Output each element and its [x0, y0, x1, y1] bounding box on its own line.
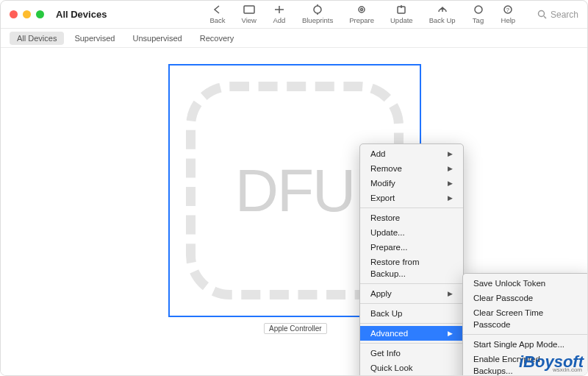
toolbar-label: Tag: [473, 16, 484, 24]
menu-separator: [360, 343, 463, 344]
submenu-single-app[interactable]: Start Single App Mode...: [463, 337, 588, 352]
tab-supervised[interactable]: Supervised: [67, 32, 122, 45]
menu-apply[interactable]: Apply▶: [360, 286, 463, 301]
toolbar-label: Back: [209, 16, 225, 24]
help-icon: ?: [501, 4, 514, 15]
plus-icon: [273, 4, 286, 15]
update-button[interactable]: Update: [390, 4, 413, 24]
chevron-right-icon: ▶: [448, 288, 453, 299]
toolbar: Back View Add Blueprints Prepare Update: [209, 4, 515, 24]
menu-add[interactable]: Add▶: [360, 146, 463, 161]
menu-separator: [463, 334, 588, 335]
dfu-text: DFU: [235, 156, 355, 225]
content-area: DFU Apple Controller Add▶ Remove▶ Modify…: [1, 48, 587, 375]
chevron-right-icon: ▶: [448, 177, 453, 189]
menu-remove[interactable]: Remove▶: [360, 161, 463, 176]
submenu-save-token[interactable]: Save Unlock Token: [463, 276, 588, 291]
backup-button[interactable]: Back Up: [429, 4, 456, 24]
menu-separator: [360, 323, 463, 324]
zoom-icon[interactable]: [36, 10, 44, 18]
menu-restore-backup[interactable]: Restore from Backup...: [360, 255, 463, 281]
device-label: Apple Controller: [264, 323, 327, 334]
app-window: All Devices Back View Add Blueprints Pre…: [0, 0, 588, 376]
blueprint-icon: [311, 4, 324, 15]
submenu-clear-passcode[interactable]: Clear Passcode: [463, 291, 588, 305]
minimize-icon[interactable]: [23, 10, 31, 18]
view-button[interactable]: View: [242, 4, 257, 24]
back-button[interactable]: Back: [209, 4, 225, 24]
tab-all-devices[interactable]: All Devices: [10, 32, 64, 45]
menu-separator: [360, 283, 463, 284]
svg-point-5: [475, 6, 482, 13]
blueprints-button[interactable]: Blueprints: [302, 4, 333, 24]
tag-button[interactable]: Tag: [472, 4, 485, 24]
menu-separator: [360, 207, 463, 208]
toolbar-label: Prepare: [349, 16, 374, 24]
menu-quicklook[interactable]: Quick Look: [360, 361, 463, 375]
chevron-right-icon: ▶: [448, 148, 453, 160]
close-icon[interactable]: [10, 10, 18, 18]
svg-rect-0: [244, 6, 254, 13]
search-input[interactable]: Search: [537, 10, 578, 20]
submenu-encrypted-backups[interactable]: Enable Encrypted Backups...: [463, 352, 588, 376]
submenu-advanced: Save Unlock Token Clear Passcode Clear S…: [462, 273, 588, 376]
menu-restore[interactable]: Restore: [360, 210, 463, 225]
window-title: All Devices: [56, 9, 107, 20]
help-button[interactable]: ? Help: [501, 4, 516, 24]
tab-unsupervised[interactable]: Unsupervised: [125, 32, 189, 45]
menu-separator: [360, 303, 463, 304]
filter-tabs: All Devices Supervised Unsupervised Reco…: [1, 29, 587, 48]
menu-prepare[interactable]: Prepare...: [360, 240, 463, 255]
chevron-right-icon: ▶: [448, 327, 453, 339]
window-controls: [10, 10, 44, 18]
gear-icon: [355, 4, 368, 15]
menu-backup[interactable]: Back Up: [360, 306, 463, 321]
toolbar-label: Add: [273, 16, 285, 24]
titlebar: All Devices Back View Add Blueprints Pre…: [1, 1, 587, 29]
backup-icon: [436, 4, 449, 15]
chevron-right-icon: ▶: [448, 192, 453, 204]
tag-icon: [472, 4, 485, 15]
toolbar-label: Update: [390, 16, 413, 24]
submenu-clear-screentime[interactable]: Clear Screen Time Passcode: [463, 305, 588, 332]
menu-modify[interactable]: Modify▶: [360, 176, 463, 191]
chevron-left-icon: [211, 4, 224, 15]
svg-point-2: [359, 7, 365, 13]
svg-point-3: [361, 9, 363, 11]
menu-getinfo[interactable]: Get Info: [360, 346, 463, 361]
menu-advanced[interactable]: Advanced▶: [360, 326, 463, 341]
toolbar-label: Back Up: [429, 16, 456, 24]
search-icon: [537, 10, 547, 19]
context-menu: Add▶ Remove▶ Modify▶ Export▶ Restore Upd…: [359, 143, 464, 376]
prepare-button[interactable]: Prepare: [349, 4, 374, 24]
toolbar-label: Help: [501, 16, 516, 24]
menu-export[interactable]: Export▶: [360, 191, 463, 205]
search-placeholder: Search: [551, 10, 578, 20]
toolbar-label: Blueprints: [302, 16, 333, 24]
grid-icon: [243, 4, 256, 15]
tab-recovery[interactable]: Recovery: [193, 32, 241, 45]
toolbar-label: View: [242, 16, 257, 24]
update-icon: [395, 4, 408, 15]
add-button[interactable]: Add: [273, 4, 286, 24]
svg-point-8: [538, 11, 544, 17]
svg-text:?: ?: [506, 7, 510, 13]
chevron-right-icon: ▶: [448, 163, 453, 174]
menu-update[interactable]: Update...: [360, 225, 463, 240]
svg-point-1: [314, 6, 321, 13]
